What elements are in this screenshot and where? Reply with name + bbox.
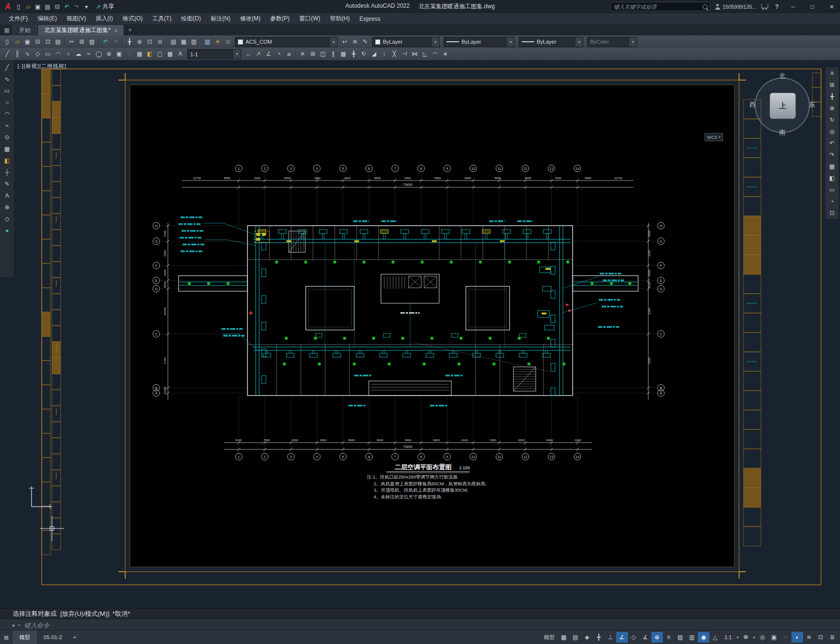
undo-icon[interactable]: ↶ [100,37,111,47]
mleader-icon[interactable]: ✎ [1,178,13,190]
menu-item-0[interactable]: 文件(F) [4,13,33,24]
layout-tab-menu-icon[interactable]: ▦ [0,630,13,644]
orbit-icon[interactable]: ↻ [826,114,838,126]
command-input[interactable] [23,621,840,629]
linetype-combo[interactable]: ByLayer ▾ [444,37,515,47]
table-icon[interactable]: ▩ [165,49,175,59]
point-icon[interactable]: ┼ [1,166,13,178]
qat-customize-icon[interactable]: ▾ [82,2,91,12]
layout-tab-model[interactable]: 模型 [13,630,37,644]
match-properties-icon[interactable]: ✎ [360,37,370,47]
section-icon[interactable]: ▭ [826,184,838,196]
layer-off-icon[interactable]: ⊙ [223,37,233,47]
viewport[interactable]: 11223344556677889910101111121213131414HH… [0,60,840,608]
layer-walk-icon[interactable]: ≋ [350,37,360,47]
annotation-scale-dropdown-icon[interactable]: ▾ [735,635,740,640]
point-icon[interactable]: ∙ [124,49,134,59]
construction-line-icon[interactable]: ║ [12,49,22,59]
join-icon[interactable]: ⋈ [410,49,420,59]
named-views-icon[interactable]: ▦ [826,161,838,172]
annotation-visibility-icon[interactable]: ◉ [698,632,709,643]
polar-tracking-icon[interactable]: ∠ [616,632,628,643]
app-store-cart-icon[interactable] [761,4,768,8]
cut-clip-icon[interactable]: ✂ [66,37,77,47]
donut-icon[interactable]: ⊙ [1,132,13,143]
ellipse-icon[interactable]: ◯ [94,49,104,59]
full-navigation-icon[interactable]: ⊞ [826,79,838,91]
move-icon[interactable]: ╋ [348,49,359,59]
plot-icon[interactable]: ⊟ [33,37,43,47]
region-icon[interactable]: ▢ [155,49,165,59]
layout-tab-05-01-2[interactable]: 05-01-2 [37,630,69,644]
tool-palettes-icon[interactable]: ▥ [189,37,199,47]
infer-constraints-icon[interactable]: ◈ [581,632,593,643]
erase-icon[interactable]: ✕ [297,49,308,59]
qsave-icon[interactable]: ▣ [22,37,33,47]
annotation-monitor-icon[interactable]: ◎ [757,632,768,643]
text-style-combo[interactable]: 1-1 ▾ [187,49,241,59]
plotstyle-combo[interactable]: ByColor ▾ [587,37,637,47]
line-icon[interactable]: ╱ [2,49,12,59]
chevron-down-icon[interactable]: ▾ [18,623,20,627]
command-history[interactable]: 选择注释对象或 [放弃(U)/模式(M)]: *取消* [0,608,840,619]
model-space-button[interactable]: 模型 [541,632,558,643]
visual-styles-icon[interactable]: ◧ [826,172,838,184]
layer-states-icon[interactable]: ☀ [213,37,223,47]
tab-menu-icon[interactable]: ▦ [1,25,13,35]
menu-item-8[interactable]: 修改(M) [235,13,265,24]
qat-open-icon[interactable]: ▱ [23,2,33,12]
revision-cloud-icon[interactable]: ☁ [73,49,83,59]
insert-block-icon[interactable]: ⊕ [104,49,114,59]
line-icon[interactable]: ╱ [1,62,13,73]
minimize-button[interactable]: – [786,0,800,13]
chevron-down-icon[interactable]: ▾ [432,37,439,47]
navbar-menu-icon[interactable]: ≡ [826,67,838,79]
object-snap-icon[interactable]: ⊕ [651,632,663,643]
menu-item-7[interactable]: 标注(N) [206,13,235,24]
text-icon[interactable]: A [1,190,13,201]
dynamic-input-icon[interactable]: ╋ [593,632,605,643]
spline-icon[interactable]: ≈ [83,49,94,59]
qat-save-icon[interactable]: ▣ [33,2,43,12]
lineweight-combo[interactable]: ByLayer ▾ [519,37,583,47]
transparency-icon[interactable]: ▨ [675,632,686,643]
circle-icon[interactable]: ○ [1,97,13,108]
new-tab-button[interactable]: + [125,25,135,35]
viewcube[interactable]: 北 南 西 东 上 [750,73,815,138]
tab-close-icon[interactable]: × [115,28,117,33]
snap-marker-icon[interactable]: ● [1,225,13,236]
selection-cycling-icon[interactable]: ▥ [686,632,698,643]
annotation-autoscale-icon[interactable]: △ [709,632,721,643]
mirror-icon[interactable]: ◫ [318,49,328,59]
circle-icon[interactable]: ○ [63,49,73,59]
publish-icon[interactable]: ▤ [53,37,63,47]
search-input[interactable] [613,3,701,10]
object-isolate-icon[interactable]: ◐ [791,632,803,643]
chevron-down-icon[interactable]: ▾ [233,50,241,59]
qat-save-as-icon[interactable]: ▤ [43,2,52,12]
show-panel-icon[interactable]: ⊡ [826,207,838,219]
gradient-icon[interactable]: ◧ [1,155,13,166]
stretch-icon[interactable]: ↕ [379,49,389,59]
menu-item-2[interactable]: 视图(V) [62,13,91,24]
object-snap-tracking-icon[interactable]: ∡ [640,632,651,643]
hatch-icon[interactable]: ▦ [1,143,13,155]
viewport-controls[interactable]: [-][俯视][二维线框] [17,63,66,70]
close-button[interactable]: ✕ [824,0,839,13]
gradient-icon[interactable]: ◧ [145,49,155,59]
maximize-button[interactable]: □ [805,0,820,13]
dim-linear-icon[interactable]: ↔ [243,49,253,59]
spline-icon[interactable]: ≈ [1,120,13,132]
arc-icon[interactable]: ◠ [1,108,13,120]
qat-undo-icon[interactable]: ↶ [62,2,72,12]
qat-plot-icon[interactable]: ⊟ [52,2,62,12]
graphics-performance-icon[interactable]: ≋ [803,632,815,643]
help-search-box[interactable] [610,2,710,11]
layer-properties-icon[interactable]: ▧ [202,37,213,47]
open-icon[interactable]: ▱ [12,37,22,47]
viewcube-top-face[interactable]: 上 [770,93,796,119]
dim-radius-icon[interactable]: ◔ [274,49,284,59]
arc-icon[interactable]: ◠ [53,49,63,59]
view-next-icon[interactable]: ↷ [826,149,838,161]
compass-north-label[interactable]: 北 [777,72,787,81]
